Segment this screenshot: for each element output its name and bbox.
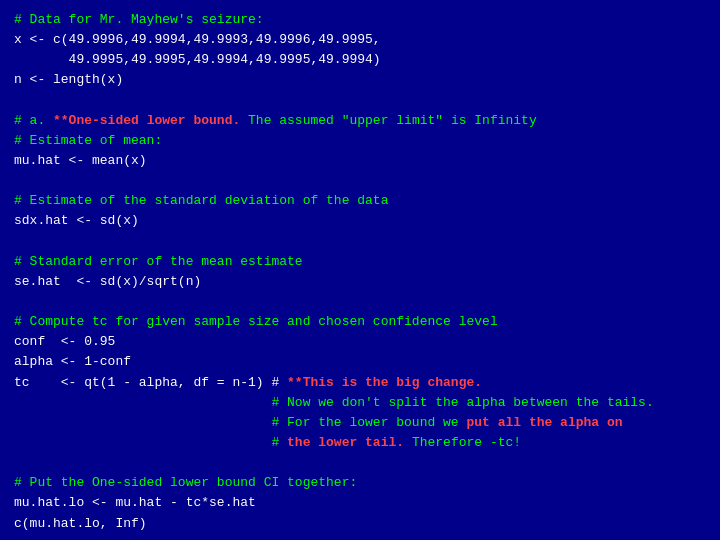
code-segment: n <- length(x) (14, 72, 123, 87)
code-segment: # (14, 435, 287, 450)
code-segment: 49.9995,49.9995,49.9994,49.9995,49.9994) (14, 52, 381, 67)
code-segment: se.hat <- sd(x)/sqrt(n) (14, 274, 201, 289)
code-segment: The assumed "upper limit" is Infinity (240, 113, 536, 128)
code-segment: mu.hat <- mean(x) (14, 153, 147, 168)
code-segment: the lower tail. (287, 435, 404, 450)
code-segment: # Compute tc for given sample size and c… (14, 314, 498, 329)
code-segment: # a. (14, 113, 53, 128)
code-segment: # For the lower bound we (14, 415, 466, 430)
code-block: # Data for Mr. Mayhew's seizure: x <- c(… (0, 0, 720, 540)
code-segment: c(mu.hat.lo, Inf) (14, 516, 147, 531)
code-segment: # Put the One-sided lower bound CI toget… (14, 475, 357, 490)
code-segment: put all the alpha on (466, 415, 622, 430)
code-segment: # Standard error of the mean estimate (14, 254, 303, 269)
code-segment: x <- c(49.9996,49.9994,49.9993,49.9996,4… (14, 32, 381, 47)
code-segment: # Now we don't split the alpha between t… (14, 395, 654, 410)
code-segment: alpha <- 1-conf (14, 354, 131, 369)
code-segment: # Data for Mr. Mayhew's seizure: (14, 12, 264, 27)
code-segment: **This is the big change. (287, 375, 482, 390)
code-segment: **One-sided lower bound. (53, 113, 240, 128)
code-segment: tc <- qt(1 - alpha, df = n-1) # (14, 375, 287, 390)
code-segment: # Estimate of mean: (14, 133, 162, 148)
code-segment: sdx.hat <- sd(x) (14, 213, 139, 228)
code-segment: mu.hat.lo <- mu.hat - tc*se.hat (14, 495, 256, 510)
code-segment: conf <- 0.95 (14, 334, 115, 349)
code-segment: Therefore -tc! (404, 435, 521, 450)
code-segment: # Estimate of the standard deviation of … (14, 193, 388, 208)
